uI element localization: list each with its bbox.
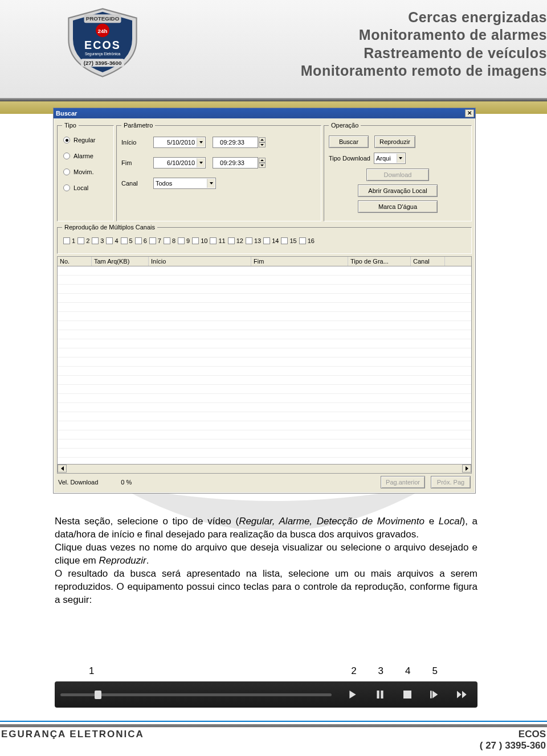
num-2: 2	[351, 665, 356, 677]
tipo-group: Tipo Regular Alarme Movim. Local	[57, 122, 114, 221]
prev-page-button[interactable]: Pag.anterior	[381, 476, 425, 488]
channel-10[interactable]: 10	[192, 237, 207, 244]
dialog-titlebar: Buscar ✕	[54, 108, 475, 118]
chevron-down-icon[interactable]	[207, 179, 215, 188]
footer-company: EGURANÇA ELETRONICA	[1, 729, 144, 751]
channel-5[interactable]: 5	[121, 237, 133, 244]
header-line-4: Monitoramento remoto de imagens	[301, 62, 547, 80]
reproduzir-button[interactable]: Reproduzir	[374, 135, 415, 148]
page-footer: EGURANÇA ELETRONICA ECOS ( 27 ) 3395-360	[0, 721, 547, 756]
pause-button[interactable]	[370, 687, 390, 702]
search-dialog: Buscar ✕ Tipo Regular Alarme Movim. Loca…	[53, 108, 476, 494]
header-services: Cercas energizadas Monitoramento de alar…	[301, 9, 547, 80]
channel-7[interactable]: 7	[149, 237, 161, 244]
step-button[interactable]	[425, 687, 444, 702]
col-inicio[interactable]: Início	[149, 257, 251, 266]
radio-regular[interactable]: Regular	[63, 137, 109, 143]
checkbox-icon	[106, 237, 113, 244]
checkbox-icon	[63, 237, 70, 244]
play-icon	[349, 691, 357, 699]
checkbox-icon	[192, 237, 199, 244]
channel-13[interactable]: 13	[246, 237, 261, 244]
spin-down-icon[interactable]	[259, 142, 266, 147]
operacao-group: Operação Buscar Reproduzir Tipo Download…	[324, 122, 472, 221]
col-tam[interactable]: Tam Arq(KB)	[92, 257, 149, 266]
checkbox-icon	[210, 237, 217, 244]
col-no[interactable]: No.	[58, 257, 92, 266]
op-legend: Operação	[329, 122, 361, 129]
spin-down-icon[interactable]	[259, 163, 266, 168]
radio-movim[interactable]: Movim.	[63, 169, 109, 175]
footer-phone: ( 27 ) 3395-360	[480, 740, 546, 751]
svg-text:PROTEGIDO: PROTEGIDO	[86, 15, 120, 22]
channel-row: 1 2 3 4 5 6 7 8 9 10 11 12 13 14 15 16	[62, 235, 467, 246]
canal-select[interactable]: Todos	[153, 178, 216, 189]
canal-label: Canal	[121, 180, 150, 187]
channel-6[interactable]: 6	[135, 237, 147, 244]
radio-dot-icon	[63, 137, 70, 143]
checkbox-icon	[149, 237, 156, 244]
radio-alarme[interactable]: Alarme	[63, 153, 109, 159]
next-page-button[interactable]: Próx. Pag	[431, 476, 471, 488]
scroll-right-icon[interactable]	[462, 465, 471, 472]
parametro-group: Parâmetro Início 5/10/2010 09:29:33 Fim …	[116, 122, 321, 221]
channel-14[interactable]: 14	[263, 237, 279, 244]
tipo-download-label: Tipo Download	[329, 155, 370, 162]
checkbox-icon	[135, 237, 142, 244]
channel-4[interactable]: 4	[106, 237, 118, 244]
scroll-left-icon[interactable]	[58, 465, 67, 472]
seek-track[interactable]	[60, 693, 332, 696]
tipo-download-select[interactable]: Arqui	[374, 153, 406, 164]
svg-text:24h: 24h	[98, 28, 108, 34]
checkbox-icon	[246, 237, 252, 244]
num-1: 1	[89, 665, 94, 677]
channel-12[interactable]: 12	[228, 237, 243, 244]
channel-9[interactable]: 9	[178, 237, 190, 244]
checkbox-icon	[92, 237, 99, 244]
channel-11[interactable]: 11	[210, 237, 225, 244]
col-canal[interactable]: Canal	[411, 257, 445, 266]
horizontal-scrollbar[interactable]	[57, 465, 472, 474]
col-fim[interactable]: Fim	[251, 257, 348, 266]
fim-time-input[interactable]: 09:29:33	[213, 157, 258, 169]
header-line-1: Cercas energizadas	[301, 9, 547, 26]
channel-8[interactable]: 8	[164, 237, 175, 244]
play-button[interactable]	[343, 687, 362, 702]
results-table-body[interactable]	[57, 266, 472, 465]
seek-thumb[interactable]	[95, 691, 101, 699]
step-forward-icon	[430, 691, 439, 699]
chevron-down-icon[interactable]	[197, 158, 205, 167]
abrir-gravacao-button[interactable]: Abrir Gravação Local	[358, 184, 438, 197]
shield-icon: PROTEGIDO 24h ECOS Segurança Eletrônica …	[57, 6, 148, 80]
radio-dot-icon	[63, 169, 70, 175]
inicio-date-input[interactable]: 5/10/2010	[153, 137, 206, 148]
spin-up-icon[interactable]	[259, 158, 266, 163]
svg-rect-10	[403, 691, 411, 699]
marca-dagua-button[interactable]: Marca D'água	[358, 200, 438, 213]
logo: PROTEGIDO 24h ECOS Segurança Eletrônica …	[57, 6, 148, 80]
buscar-button[interactable]: Buscar	[329, 135, 369, 148]
num-4: 4	[405, 665, 410, 677]
inicio-time-input[interactable]: 09:29:33	[213, 137, 258, 148]
channel-1[interactable]: 1	[63, 237, 75, 244]
channel-2[interactable]: 2	[77, 237, 89, 244]
channel-15[interactable]: 15	[281, 237, 296, 244]
channel-16[interactable]: 16	[299, 237, 315, 244]
radio-local[interactable]: Local	[63, 184, 109, 191]
close-button[interactable]: ✕	[465, 109, 474, 117]
checkbox-icon	[178, 237, 185, 244]
dialog-title: Buscar	[56, 110, 77, 117]
download-button[interactable]: Download	[366, 169, 429, 181]
fast-forward-icon	[457, 691, 467, 699]
stop-button[interactable]	[398, 687, 417, 702]
channel-3[interactable]: 3	[92, 237, 104, 244]
chevron-down-icon[interactable]	[197, 138, 205, 147]
fast-forward-button[interactable]	[452, 687, 472, 702]
tipo-legend: Tipo	[62, 122, 79, 129]
spin-up-icon[interactable]	[259, 137, 266, 142]
chevron-down-icon[interactable]	[397, 154, 405, 163]
header-line-3: Rastreamento de veículos	[301, 44, 547, 62]
fim-date-input[interactable]: 6/10/2010	[153, 157, 206, 169]
checkbox-icon	[299, 237, 306, 244]
col-tipo-gravacao[interactable]: Tipo de Gra...	[348, 257, 411, 266]
